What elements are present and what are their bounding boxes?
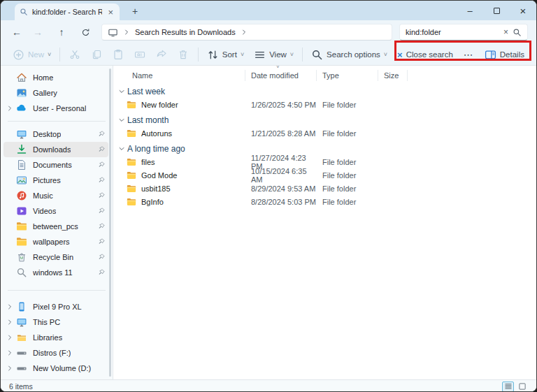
pin-icon[interactable] bbox=[97, 207, 106, 215]
sidebar-item-windows-11-search[interactable]: windows 11 bbox=[3, 265, 108, 280]
pin-icon[interactable] bbox=[97, 222, 106, 231]
sidebar-item-recycle-bin[interactable]: Recycle Bin bbox=[3, 249, 108, 265]
file-row[interactable]: BgInfo 8/28/2024 5:03 PM File folder bbox=[113, 195, 536, 208]
pin-icon[interactable] bbox=[97, 253, 106, 261]
pin-icon[interactable] bbox=[97, 238, 106, 246]
column-header-type[interactable]: Type bbox=[317, 70, 378, 81]
address-bar[interactable]: Search Results in Downloads bbox=[101, 24, 392, 41]
collapse-chevron-icon[interactable] bbox=[116, 88, 127, 95]
cut-button[interactable] bbox=[64, 45, 85, 64]
home-icon bbox=[16, 72, 27, 83]
large-icons-view-toggle[interactable] bbox=[516, 382, 528, 392]
folder-icon bbox=[16, 221, 27, 232]
sidebar-item-wallpapers[interactable]: wallpapers bbox=[3, 234, 108, 249]
expand-chevron-icon[interactable] bbox=[3, 105, 16, 112]
up-button[interactable]: ↑ bbox=[51, 23, 72, 41]
details-view-toggle[interactable] bbox=[502, 382, 514, 392]
paste-button[interactable] bbox=[107, 45, 129, 64]
tab-close-icon[interactable]: × bbox=[106, 8, 115, 17]
file-row[interactable]: files 11/27/2024 4:23 PM File folder bbox=[113, 155, 536, 168]
tab-title: kind:folder - Search Results in bbox=[32, 8, 102, 16]
sidebar-item-libraries[interactable]: Libraries bbox=[3, 330, 108, 345]
sidebar-item-between-pcs[interactable]: between_pcs bbox=[3, 219, 108, 234]
collapse-chevron-icon[interactable] bbox=[116, 117, 127, 124]
sort-arrows-icon bbox=[207, 49, 219, 61]
copy-button[interactable] bbox=[85, 45, 107, 64]
more-options-button[interactable]: ⋯ bbox=[458, 49, 480, 60]
pin-icon[interactable] bbox=[97, 130, 106, 138]
expand-chevron-icon[interactable] bbox=[3, 365, 16, 372]
sidebar-item-label: between_pcs bbox=[33, 222, 78, 231]
file-row[interactable]: Autoruns 1/21/2025 8:28 AM File folder bbox=[113, 126, 536, 140]
close-search-button[interactable]: × Close search bbox=[392, 45, 458, 64]
search-icon[interactable] bbox=[513, 28, 522, 37]
sidebar-item-label: Recycle Bin bbox=[33, 253, 73, 261]
expand-chevron-icon[interactable] bbox=[3, 303, 16, 310]
sidebar-item-label: Distros (F:) bbox=[33, 349, 71, 357]
search-icon bbox=[20, 8, 28, 16]
file-name: New folder bbox=[141, 101, 178, 109]
sidebar-item-gallery[interactable]: Gallery bbox=[3, 85, 108, 101]
search-input[interactable]: kind:folder bbox=[406, 28, 499, 36]
maximize-button[interactable] bbox=[483, 1, 510, 20]
drive-icon bbox=[16, 347, 27, 358]
share-button[interactable] bbox=[151, 45, 173, 64]
refresh-button[interactable] bbox=[75, 23, 96, 41]
back-button[interactable]: ← bbox=[6, 23, 27, 41]
file-row[interactable]: God Mode 10/15/2024 6:35 AM File folder bbox=[113, 168, 536, 182]
search-options-button[interactable]: Search options ˅ bbox=[306, 45, 392, 64]
column-header-size[interactable]: Size bbox=[378, 70, 408, 81]
sidebar-item-music[interactable]: Music bbox=[3, 188, 108, 203]
file-row[interactable]: New folder 1/26/2025 4:50 PM File folder bbox=[113, 98, 536, 111]
sidebar-item-downloads[interactable]: Downloads bbox=[3, 142, 108, 157]
expand-chevron-icon[interactable] bbox=[3, 334, 16, 341]
chevron-right-icon[interactable] bbox=[123, 29, 130, 36]
pin-icon[interactable] bbox=[97, 268, 106, 277]
file-name: Autoruns bbox=[141, 129, 172, 138]
breadcrumb[interactable]: Search Results in Downloads bbox=[135, 28, 236, 36]
group-header-a-long-time-ago[interactable]: A long time ago bbox=[113, 142, 536, 155]
minimize-button[interactable]: – bbox=[457, 1, 483, 20]
sidebar-item-home[interactable]: Home bbox=[3, 70, 108, 85]
column-header-date-modified[interactable]: ˅ Date modified bbox=[245, 70, 317, 81]
new-tab-button[interactable]: + bbox=[128, 4, 142, 18]
sidebar-item-new-volume-drive[interactable]: New Volume (D:) bbox=[3, 361, 108, 376]
close-button[interactable]: × bbox=[510, 1, 536, 20]
forward-button[interactable]: → bbox=[27, 23, 48, 41]
command-bar: New ˅ Sort ˅ View ˅ Search options ˅ × C bbox=[1, 44, 536, 66]
sidebar-item-label: User - Personal bbox=[33, 104, 86, 112]
rename-button[interactable] bbox=[129, 45, 151, 64]
sort-button[interactable]: Sort ˅ bbox=[202, 45, 249, 64]
group-header-last-month[interactable]: Last month bbox=[113, 113, 536, 126]
pin-icon[interactable] bbox=[97, 161, 106, 169]
sidebar-item-desktop[interactable]: Desktop bbox=[3, 126, 108, 142]
chevron-right-icon[interactable] bbox=[241, 29, 248, 36]
view-button[interactable]: View ˅ bbox=[249, 45, 299, 64]
sidebar-scrollbar[interactable] bbox=[109, 68, 111, 377]
pin-icon[interactable] bbox=[97, 145, 106, 154]
sidebar-item-documents[interactable]: Documents bbox=[3, 157, 108, 173]
details-pane-button[interactable]: Details bbox=[480, 45, 529, 64]
sidebar-item-videos[interactable]: Videos bbox=[3, 203, 108, 219]
file-date: 8/29/2024 9:53 AM bbox=[245, 184, 317, 193]
sidebar-item-label: Music bbox=[33, 191, 53, 200]
file-row[interactable]: usbit185 8/29/2024 9:53 AM File folder bbox=[113, 182, 536, 195]
pin-icon[interactable] bbox=[97, 176, 106, 184]
pin-icon[interactable] bbox=[97, 191, 106, 200]
file-type: File folder bbox=[317, 184, 378, 193]
sidebar-item-pictures[interactable]: Pictures bbox=[3, 173, 108, 188]
clear-search-icon[interactable]: × bbox=[503, 27, 508, 37]
collapse-chevron-icon[interactable] bbox=[116, 145, 127, 152]
sidebar-item-onedrive[interactable]: User - Personal bbox=[3, 101, 108, 116]
delete-button[interactable] bbox=[173, 45, 194, 64]
expand-chevron-icon[interactable] bbox=[3, 319, 16, 326]
explorer-tab[interactable]: kind:folder - Search Results in × bbox=[15, 3, 120, 20]
sidebar-item-this-pc[interactable]: This PC bbox=[3, 314, 108, 330]
expand-chevron-icon[interactable] bbox=[3, 349, 16, 356]
sidebar-item-pixel-phone[interactable]: Pixel 9 Pro XL bbox=[3, 299, 108, 314]
sidebar-item-distros-drive[interactable]: Distros (F:) bbox=[3, 345, 108, 361]
new-button[interactable]: New ˅ bbox=[8, 45, 56, 64]
column-header-name[interactable]: Name bbox=[113, 70, 245, 81]
search-box[interactable]: kind:folder × bbox=[399, 24, 528, 41]
group-header-last-week[interactable]: Last week bbox=[113, 85, 536, 98]
